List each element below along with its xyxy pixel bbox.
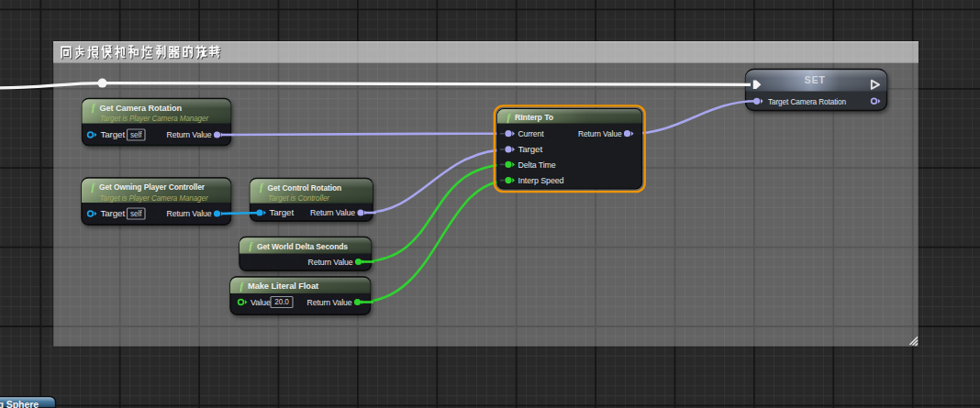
- svg-text:Value: Value: [251, 298, 271, 307]
- svg-text:RInterp To: RInterp To: [515, 112, 553, 122]
- svg-text:Return Value: Return Value: [167, 209, 212, 218]
- svg-text:g Sphere: g Sphere: [0, 399, 39, 408]
- svg-text:ƒ: ƒ: [259, 182, 264, 193]
- svg-text:self: self: [130, 131, 142, 139]
- svg-text:Target: Target: [101, 209, 126, 218]
- svg-text:Target Camera Rotation: Target Camera Rotation: [768, 97, 846, 106]
- svg-text:Target is Player Camera Manage: Target is Player Camera Manager: [100, 193, 209, 203]
- svg-text:Target is Player Camera Manage: Target is Player Camera Manager: [100, 114, 209, 123]
- svg-text:Return Value: Return Value: [307, 298, 352, 307]
- svg-text:ƒ: ƒ: [239, 281, 245, 292]
- svg-text:ƒ: ƒ: [249, 240, 254, 252]
- svg-text:Target: Target: [518, 145, 543, 154]
- svg-text:Return Value: Return Value: [578, 129, 622, 138]
- svg-text:Target is Controller: Target is Controller: [268, 193, 330, 203]
- svg-text:Return Value: Return Value: [308, 258, 353, 267]
- svg-text:Target: Target: [101, 130, 126, 139]
- svg-text:Interp Speed: Interp Speed: [518, 176, 564, 185]
- svg-text:Get Camera Rotation: Get Camera Rotation: [100, 103, 183, 113]
- svg-text:ƒ: ƒ: [507, 112, 512, 124]
- svg-text:Delta Time: Delta Time: [518, 160, 556, 170]
- svg-text:SET: SET: [805, 74, 826, 85]
- svg-text:Get World Delta Seconds: Get World Delta Seconds: [257, 241, 348, 251]
- svg-text:self: self: [130, 210, 142, 218]
- svg-text:Make Literal Float: Make Literal Float: [248, 281, 318, 291]
- svg-text:Get Control Rotation: Get Control Rotation: [268, 182, 342, 193]
- svg-text:Current: Current: [518, 129, 545, 138]
- svg-text:20.0: 20.0: [274, 298, 289, 306]
- svg-text:Return Value: Return Value: [310, 208, 355, 217]
- svg-text:Target: Target: [270, 208, 295, 217]
- svg-text:Get Owning Player Controller: Get Owning Player Controller: [99, 182, 205, 192]
- svg-text:ƒ: ƒ: [91, 182, 96, 193]
- svg-text:ƒ: ƒ: [91, 102, 96, 114]
- svg-text:Return Value: Return Value: [167, 130, 212, 139]
